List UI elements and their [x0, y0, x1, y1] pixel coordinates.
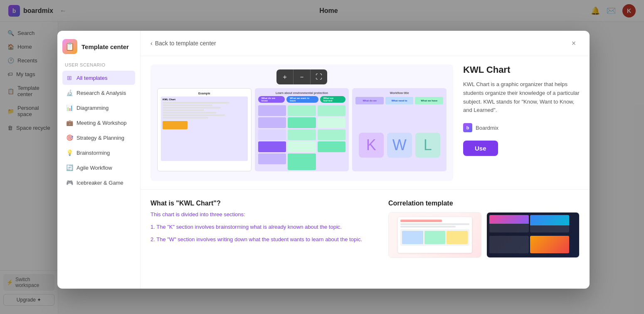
- fullscreen-icon: ⛶: [316, 73, 322, 81]
- zoom-in-button[interactable]: ＋: [276, 69, 293, 84]
- modal-nav-agile[interactable]: 🔄 Agile Workflow: [62, 161, 135, 175]
- modal-nav-research[interactable]: 🔬 Research & Analysis: [62, 86, 135, 100]
- correlation-section: Correlation template: [388, 200, 580, 279]
- back-to-template-center-button[interactable]: ‹ Back to template center: [151, 40, 216, 47]
- preview-thumb-example[interactable]: Example KWL Chart: [157, 88, 252, 171]
- preview-zoom-controls: ＋ － ⛶: [276, 69, 327, 84]
- k-letter-box: K: [359, 133, 384, 158]
- template-preview-area: ＋ － ⛶ Example: [151, 64, 453, 181]
- template-center-icon: 📋: [62, 39, 77, 54]
- author-logo-icon: b: [463, 123, 472, 132]
- template-description: KWL Chart is a graphic organizer that he…: [463, 80, 580, 115]
- point1-link[interactable]: 1. The "K" section involves brainstormin…: [151, 224, 342, 230]
- close-icon: ×: [572, 39, 576, 48]
- fullscreen-button[interactable]: ⛶: [311, 69, 327, 84]
- modal-nav-brainstorming[interactable]: 💡 Brainstorming: [62, 146, 135, 160]
- template-center-modal: 📋 Template center User scenario ⊞ All te…: [57, 31, 590, 289]
- pill-learned: What we learned: [320, 96, 346, 103]
- modal-nav-research-label: Research & Analysis: [76, 90, 126, 96]
- modal-nav-diagramming-label: Diagramming: [76, 105, 109, 111]
- kwl-header-pills: What do we know What we want to learn Wh…: [258, 96, 346, 103]
- author-name: Boardmix: [476, 125, 498, 131]
- what-is-point2: 2. The "W" section involves writing down…: [151, 235, 378, 244]
- kwl-letters-display: K W L: [355, 107, 443, 171]
- modal-sidebar: 📋 Template center User scenario ⊞ All te…: [57, 31, 141, 289]
- what-is-point1: 1. The "K" section involves brainstormin…: [151, 223, 378, 232]
- l-letter-box: L: [415, 133, 440, 158]
- pill-want: What we want to learn: [286, 96, 318, 103]
- template-title: KWL Chart: [463, 64, 580, 75]
- correlation-thumb-2-image: [487, 213, 579, 257]
- point2-link[interactable]: 2. The "W" section involves writing down…: [151, 236, 362, 242]
- template-preview-section: ＋ － ⛶ Example: [141, 56, 590, 190]
- what-is-subtitle: This chart is divided into three section…: [151, 211, 378, 218]
- meeting-icon: 💼: [66, 119, 73, 126]
- modal-header: ‹ Back to template center ×: [141, 31, 590, 56]
- zoom-out-button[interactable]: －: [294, 69, 310, 84]
- w-letter-box: W: [387, 133, 412, 158]
- correlation-thumb-1-image: [389, 213, 481, 257]
- research-icon: 🔬: [66, 89, 73, 96]
- correlation-thumb-2[interactable]: [486, 212, 580, 258]
- example-label: Example: [161, 92, 248, 95]
- what-is-title: What is "KWL Chart"?: [151, 200, 378, 207]
- back-chevron-icon: ‹: [151, 40, 153, 47]
- correlation-title: Correlation template: [388, 200, 580, 207]
- correlation-previews: [388, 212, 580, 258]
- modal-bottom-section: What is "KWL Chart"? This chart is divid…: [141, 190, 590, 289]
- agile-icon: 🔄: [66, 164, 73, 171]
- zoom-out-icon: －: [299, 73, 305, 82]
- modal-title: Template center: [81, 43, 129, 50]
- modal-nav-meeting[interactable]: 💼 Meeting & Workshop: [62, 116, 135, 130]
- modal-main-content: ‹ Back to template center × ＋ －: [141, 31, 590, 289]
- diagramming-icon: 📊: [66, 104, 73, 111]
- close-modal-button[interactable]: ×: [568, 37, 580, 49]
- pill-know: What do we know: [258, 96, 285, 103]
- modal-nav-diagramming[interactable]: 📊 Diagramming: [62, 101, 135, 115]
- template-author: b Boardmix: [463, 123, 580, 132]
- modal-nav-strategy[interactable]: 🎯 Strategy & Planning: [62, 131, 135, 145]
- preview-thumb-stickies[interactable]: Learn about environmental protection Wha…: [255, 88, 349, 171]
- icebreaker-icon: 🎮: [66, 179, 73, 186]
- use-template-button[interactable]: Use: [463, 141, 498, 156]
- modal-nav-meeting-label: Meeting & Workshop: [76, 120, 126, 126]
- kwl-sticky-card: Learn about environmental protection Wha…: [255, 88, 349, 171]
- modal-nav-icebreaker-label: Icebreaker & Game: [76, 180, 123, 186]
- modal-nav-brainstorming-label: Brainstorming: [76, 150, 110, 156]
- what-is-section: What is "KWL Chart"? This chart is divid…: [151, 200, 378, 279]
- modal-nav-strategy-label: Strategy & Planning: [76, 135, 124, 141]
- correlation-thumb-1[interactable]: [388, 212, 481, 258]
- zoom-in-icon: ＋: [281, 73, 288, 82]
- all-templates-icon: ⊞: [66, 74, 73, 82]
- modal-nav-agile-label: Agile Workflow: [76, 165, 112, 171]
- brainstorming-icon: 💡: [66, 149, 73, 156]
- template-info-panel: KWL Chart KWL Chart is a graphic organiz…: [463, 64, 580, 181]
- example-lines: [163, 102, 246, 119]
- modal-sidebar-header: 📋 Template center: [62, 39, 135, 54]
- preview-thumb-kwl-letters[interactable]: Workflow title What do we What need to W…: [352, 88, 447, 171]
- example-content: Example KWL Chart: [158, 89, 251, 171]
- modal-nav-all-templates[interactable]: ⊞ All templates: [62, 71, 135, 85]
- sidebar-section-label: User scenario: [62, 62, 135, 67]
- modal-nav-icebreaker[interactable]: 🎮 Icebreaker & Game: [62, 176, 135, 190]
- modal-nav-all-templates-label: All templates: [76, 75, 107, 81]
- strategy-icon: 🎯: [66, 134, 73, 141]
- back-label: Back to template center: [155, 40, 216, 47]
